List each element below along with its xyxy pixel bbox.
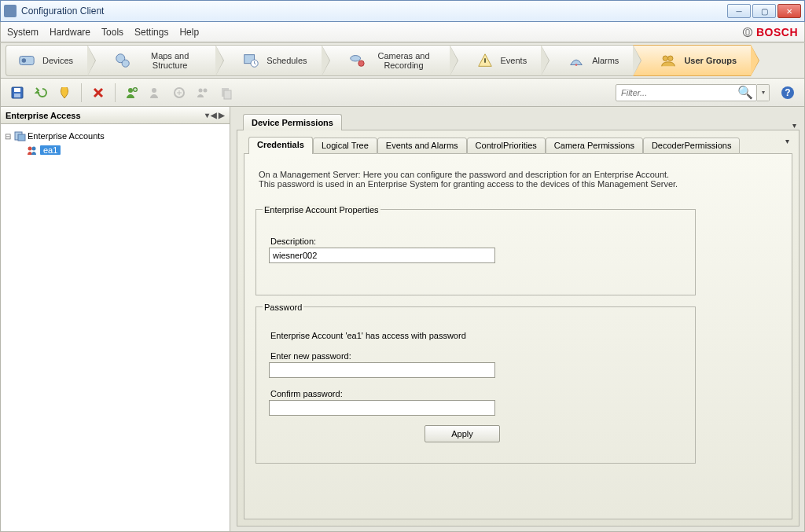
- copy-users-button: [193, 83, 213, 103]
- menu-system[interactable]: System: [7, 27, 39, 38]
- svg-rect-10: [484, 58, 486, 63]
- panel-next-icon[interactable]: ▶: [219, 111, 225, 119]
- info-line-2: This password is used in an Enterprise S…: [259, 179, 781, 189]
- svg-point-13: [668, 56, 673, 61]
- activate-button[interactable]: [54, 83, 75, 103]
- separator: [81, 83, 82, 102]
- title-bar: Configuration Client ─ ▢ ✕: [0, 0, 805, 22]
- bosch-icon: [742, 27, 753, 38]
- maximize-button[interactable]: ▢: [752, 4, 776, 18]
- group2-title: Password: [263, 303, 303, 312]
- left-panel: Enterprise Access ▾ ◀ ▶ ⊟ Enterprise Acc…: [1, 107, 230, 531]
- group-password: Password Enterprise Account 'ea1' has ac…: [255, 306, 696, 464]
- svg-point-11: [575, 64, 578, 66]
- close-button[interactable]: ✕: [777, 4, 801, 18]
- step-maps[interactable]: Maps and Structure: [87, 45, 215, 76]
- panel-prev-icon[interactable]: ◀: [211, 111, 217, 119]
- step-schedules[interactable]: Schedules: [215, 45, 321, 76]
- main-tab-body: Credentials Logical Tree Events and Alar…: [237, 130, 799, 526]
- brand-logo: BOSCH: [742, 26, 798, 39]
- new-password-input[interactable]: [269, 362, 495, 378]
- subtab-expand-icon[interactable]: ▾: [781, 137, 792, 154]
- svg-rect-16: [14, 94, 20, 97]
- svg-point-19: [152, 88, 156, 93]
- collapse-icon[interactable]: ⊟: [4, 132, 12, 141]
- step-events[interactable]: Events: [450, 45, 542, 76]
- new-password-label: Enter new password:: [270, 351, 682, 361]
- step-alarms[interactable]: Alarms: [541, 45, 633, 76]
- apply-button[interactable]: Apply: [425, 425, 500, 442]
- svg-rect-15: [14, 88, 20, 92]
- window-title: Configuration Client: [21, 6, 727, 17]
- tab-camera-permissions[interactable]: Camera Permissions: [546, 138, 643, 154]
- svg-point-22: [204, 88, 208, 92]
- tab-logical-tree[interactable]: Logical Tree: [313, 138, 377, 154]
- password-status-text: Enterprise Account 'ea1' has access with…: [270, 331, 682, 340]
- tab-credentials[interactable]: Credentials: [248, 137, 313, 154]
- tree-item-ea1[interactable]: ea1: [4, 143, 226, 157]
- tab-events-alarms[interactable]: Events and Alarms: [377, 138, 467, 154]
- filter-box[interactable]: 🔍: [616, 84, 757, 101]
- menu-help[interactable]: Help: [179, 27, 199, 38]
- maps-icon: [112, 51, 134, 70]
- step-cameras[interactable]: Cameras and Recording: [322, 45, 450, 76]
- sub-tab-bar: Credentials Logical Tree Events and Alar…: [244, 137, 792, 154]
- svg-point-12: [663, 56, 668, 61]
- workflow-steps: Devices Maps and Structure Schedules Cam…: [0, 42, 805, 79]
- confirm-password-input[interactable]: [269, 400, 495, 416]
- search-icon: 🔍: [737, 85, 753, 100]
- svg-rect-24: [224, 90, 231, 99]
- alarms-icon: [565, 51, 587, 70]
- left-panel-title: Enterprise Access: [6, 111, 205, 120]
- add-user-disabled-button: [145, 83, 166, 103]
- events-icon: [474, 51, 496, 70]
- credentials-panel: On a Management Server: Here you can con…: [244, 154, 792, 519]
- app-icon: [4, 5, 17, 17]
- tab-control-priorities[interactable]: ControlPriorities: [467, 138, 546, 154]
- tree-root-label: Enterprise Accounts: [28, 131, 105, 141]
- main-body: Enterprise Access ▾ ◀ ▶ ⊟ Enterprise Acc…: [0, 107, 805, 532]
- svg-point-5: [122, 60, 129, 67]
- filter-dropdown[interactable]: ▾: [757, 84, 770, 101]
- menu-tools[interactable]: Tools: [101, 27, 123, 38]
- main-tab-bar: Device Permissions ▾: [237, 112, 799, 130]
- add-group-button: [169, 83, 189, 103]
- minimize-button[interactable]: ─: [727, 4, 751, 18]
- tab-expand-icon[interactable]: ▾: [788, 121, 799, 130]
- left-panel-header: Enterprise Access ▾ ◀ ▶: [1, 107, 230, 124]
- info-text: On a Management Server: Here you can con…: [255, 170, 781, 189]
- svg-rect-28: [18, 134, 25, 141]
- tree-root-row[interactable]: ⊟ Enterprise Accounts: [4, 129, 226, 143]
- filter-input[interactable]: [619, 87, 737, 98]
- svg-point-9: [358, 61, 363, 66]
- tab-device-permissions[interactable]: Device Permissions: [243, 114, 342, 130]
- step-user-groups[interactable]: User Groups: [633, 45, 751, 76]
- add-user-button[interactable]: [122, 83, 142, 103]
- separator: [115, 83, 116, 102]
- description-label: Description:: [270, 237, 682, 246]
- user-groups-icon: [657, 51, 679, 70]
- undo-button[interactable]: [31, 83, 51, 103]
- svg-point-17: [128, 88, 133, 93]
- menu-settings[interactable]: Settings: [134, 27, 168, 38]
- description-input[interactable]: [269, 248, 495, 263]
- svg-text:?: ?: [785, 87, 790, 98]
- group-enterprise-account-properties: Enterprise Account Properties Descriptio…: [255, 209, 696, 295]
- delete-button[interactable]: [88, 83, 108, 103]
- devices-icon: [16, 51, 38, 70]
- step-devices[interactable]: Devices: [6, 45, 87, 76]
- server-icon: [13, 130, 26, 142]
- menu-bar: System Hardware Tools Settings Help BOSC…: [0, 22, 805, 42]
- save-button[interactable]: [7, 83, 28, 103]
- help-button[interactable]: ?: [777, 83, 798, 103]
- svg-point-21: [199, 88, 203, 92]
- panel-menu-icon[interactable]: ▾: [205, 111, 209, 119]
- brand-text: BOSCH: [756, 26, 798, 39]
- svg-rect-1: [746, 29, 749, 35]
- tab-decoder-permissions[interactable]: DecoderPermissions: [643, 138, 740, 154]
- paste-button: [216, 83, 237, 103]
- tree-view[interactable]: ⊟ Enterprise Accounts ea1: [1, 124, 230, 531]
- menu-hardware[interactable]: Hardware: [50, 27, 90, 38]
- svg-point-29: [28, 147, 32, 151]
- tree-item-label: ea1: [40, 145, 61, 155]
